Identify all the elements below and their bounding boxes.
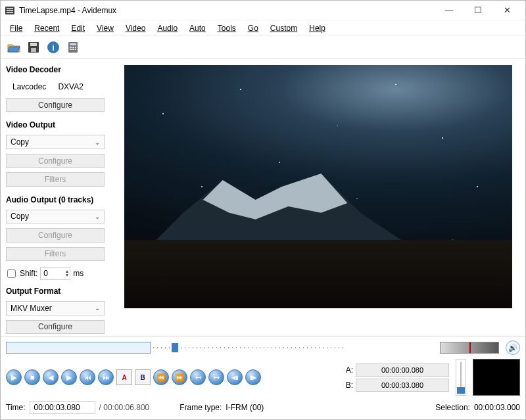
marker-a-value[interactable]: 00:00:00.080: [356, 363, 449, 377]
video-output-select[interactable]: Copy ⌄: [6, 135, 105, 149]
svg-rect-16: [75, 49, 76, 50]
window-title: TimeLapse.mp4 - Avidemux: [19, 6, 116, 15]
svg-rect-13: [75, 47, 76, 48]
open-icon[interactable]: [6, 39, 22, 55]
sidebar: Video Decoder Lavcodec DXVA2 Configure V…: [6, 61, 118, 336]
output-format-title: Output Format: [6, 287, 118, 296]
audio-output-value: Copy: [11, 212, 29, 221]
timeline-row: 🔊: [6, 340, 520, 355]
prev-frame-button[interactable]: ◀: [43, 369, 59, 385]
video-preview[interactable]: [124, 65, 512, 308]
speaker-icon[interactable]: 🔊: [506, 340, 520, 355]
thumbnail-preview: [473, 359, 520, 396]
chevron-down-icon: ⌄: [95, 304, 100, 312]
video-output-filters-button[interactable]: Filters: [6, 172, 105, 186]
prev-black-button[interactable]: ◀▮: [227, 369, 243, 385]
menubar: File Recent Edit View Video Audio Auto T…: [1, 20, 525, 36]
timeline[interactable]: [153, 342, 344, 354]
svg-rect-3: [7, 12, 13, 13]
app-icon: [5, 5, 15, 16]
set-marker-b-button[interactable]: B: [135, 369, 151, 385]
preview-pane: [118, 61, 520, 336]
menu-go[interactable]: Go: [243, 22, 264, 35]
decoder-lavcodec: Lavcodec: [12, 82, 46, 91]
decoder-dxva2: DXVA2: [58, 82, 83, 91]
menu-recent[interactable]: Recent: [29, 22, 64, 35]
menu-file[interactable]: File: [5, 22, 28, 35]
close-button[interactable]: ✕: [492, 1, 521, 20]
menu-tools[interactable]: Tools: [212, 22, 241, 35]
volume-slider[interactable]: [456, 359, 466, 396]
selection-value: 00:00:03.000: [474, 403, 520, 412]
svg-rect-14: [70, 49, 72, 50]
time-field[interactable]: 00:00:03.080: [30, 401, 95, 414]
output-format-select[interactable]: MKV Muxer ⌄: [6, 301, 105, 315]
frame-type-label: Frame type:: [179, 403, 222, 412]
menu-view[interactable]: View: [91, 22, 119, 35]
playhead[interactable]: [172, 343, 178, 352]
shift-spinner[interactable]: ▴▾: [66, 269, 68, 277]
video-output-title: Video Output: [6, 120, 118, 129]
play-button[interactable]: ▶: [6, 369, 22, 385]
next-black-button[interactable]: ▮▶: [245, 369, 261, 385]
menu-custom[interactable]: Custom: [265, 22, 302, 35]
frame-type-value: I-FRM (00): [226, 403, 264, 412]
shift-input[interactable]: 0 ▴▾: [40, 267, 70, 280]
output-format-configure-button[interactable]: Configure: [6, 320, 105, 334]
shift-value: 0: [43, 269, 48, 278]
svg-rect-1: [7, 8, 13, 9]
svg-rect-6: [31, 48, 36, 52]
stop-button[interactable]: ■: [24, 369, 40, 385]
svg-rect-15: [72, 49, 74, 50]
prev-cut-button[interactable]: ↤: [190, 369, 206, 385]
svg-rect-5: [30, 43, 37, 46]
svg-rect-12: [72, 47, 74, 48]
audio-shift-row: Shift: 0 ▴▾ ms: [6, 267, 118, 280]
prev-keyframe-button[interactable]: ⏮: [80, 369, 95, 385]
marker-b-value[interactable]: 00:00:03.080: [356, 379, 449, 392]
menu-auto[interactable]: Auto: [184, 22, 211, 35]
selection-label: Selection:: [435, 403, 470, 412]
audio-output-filters-button[interactable]: Filters: [6, 247, 105, 261]
selection-range[interactable]: [6, 342, 151, 354]
audio-output-select[interactable]: Copy ⌄: [6, 210, 105, 223]
transport-controls: ▶ ■ ◀ ▶ ⏮ ⏭ A B ⏪ ⏩ ↤ ↦ ◀▮ ▮▶ A: 00:00:0…: [6, 359, 520, 396]
goto-marker-a-button[interactable]: ⏪: [153, 369, 169, 385]
minimize-button[interactable]: —: [435, 1, 464, 20]
video-output-configure-button[interactable]: Configure: [6, 154, 105, 168]
menu-edit[interactable]: Edit: [66, 22, 90, 35]
next-frame-button[interactable]: ▶: [61, 369, 77, 385]
svg-text:i: i: [52, 43, 55, 53]
main-area: Video Decoder Lavcodec DXVA2 Configure V…: [1, 58, 525, 336]
bottom-panel: 🔊 ▶ ■ ◀ ▶ ⏮ ⏭ A B ⏪ ⏩ ↤ ↦ ◀▮ ▮▶ A:: [1, 336, 525, 419]
titlebar: TimeLapse.mp4 - Avidemux — ☐ ✕: [1, 1, 525, 20]
duration-label: / 00:00:06.800: [99, 403, 150, 412]
save-icon[interactable]: [26, 39, 41, 55]
calculator-icon[interactable]: [65, 39, 81, 55]
svg-rect-2: [7, 10, 13, 11]
next-cut-button[interactable]: ↦: [208, 369, 224, 385]
shift-checkbox[interactable]: [7, 269, 16, 278]
set-marker-a-button[interactable]: A: [116, 369, 132, 385]
time-label: Time:: [6, 403, 26, 412]
goto-marker-b-button[interactable]: ⏩: [172, 369, 187, 385]
info-icon[interactable]: i: [45, 39, 61, 55]
ab-markers: A: 00:00:00.080 B: 00:00:03.080: [341, 363, 449, 392]
volume-meter[interactable]: [440, 342, 499, 354]
menu-help[interactable]: Help: [304, 22, 331, 35]
shift-label: Shift:: [20, 269, 37, 278]
menu-audio[interactable]: Audio: [152, 22, 183, 35]
decoder-row: Lavcodec DXVA2: [6, 80, 118, 95]
marker-a-label: A:: [341, 365, 353, 375]
chevron-down-icon: ⌄: [95, 139, 100, 146]
status-bar: Time: 00:00:03.080 / 00:00:06.800 Frame …: [6, 401, 520, 414]
marker-b-label: B:: [341, 381, 353, 390]
audio-output-configure-button[interactable]: Configure: [6, 228, 105, 242]
toolbar: i: [1, 36, 525, 58]
video-decoder-configure-button[interactable]: Configure: [6, 98, 105, 112]
next-keyframe-button[interactable]: ⏭: [98, 369, 114, 385]
maximize-button[interactable]: ☐: [464, 1, 492, 20]
menu-video[interactable]: Video: [120, 22, 151, 35]
svg-rect-11: [70, 47, 72, 48]
shift-unit: ms: [73, 269, 84, 278]
